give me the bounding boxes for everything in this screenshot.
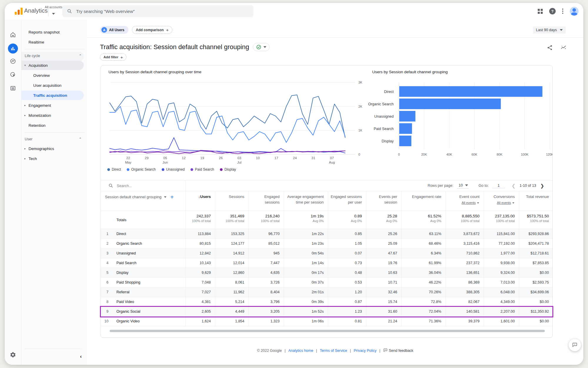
sidebar-item-overview[interactable]: Overview [21, 70, 87, 80]
library-icon[interactable] [9, 85, 16, 92]
row-cell: $11,350.92 [519, 307, 553, 316]
row-cell: 12,860 [215, 268, 248, 277]
row-cell: 72.8% [401, 297, 445, 307]
table-row-paid-search[interactable]: 4Paid Search10,14312,0147,4471m 14s0.731… [101, 258, 552, 268]
link-privacy-policy[interactable]: Privacy Policy [354, 349, 377, 353]
help-icon[interactable]: ? [549, 8, 556, 14]
row-cell: 0.07 [328, 249, 366, 258]
dimension-header[interactable]: Session default channel grouping + [101, 191, 186, 211]
legend-item-organic-search[interactable]: Organic Search [127, 167, 156, 171]
next-page-icon[interactable]: ❯ [540, 183, 544, 189]
desktop-background: Analytics All accounts ? [0, 0, 588, 368]
explore-icon[interactable] [9, 58, 16, 65]
sub-filter[interactable]: All events [486, 201, 515, 205]
row-cell: 96,770 [248, 229, 284, 239]
column-header-engaged-sessions[interactable]: Engaged sessions [248, 191, 284, 211]
share-icon[interactable] [547, 45, 553, 51]
table-row-referral[interactable]: 7Referral7,02711,9628,4042m 01s1.2032.46… [101, 287, 552, 297]
sidebar-item-acquisition[interactable]: ▾Acquisition [21, 60, 87, 70]
sidebar-item-demographics[interactable]: ▸Demographics [21, 144, 87, 154]
svg-text:Paid Search: Paid Search [374, 127, 394, 131]
sidebar-nav: Reports snapshotRealtimeLife cycle⌃▾Acqu… [21, 27, 87, 164]
table-row-paid-video[interactable]: 8Paid Video4,3815,2143,7960m 39s0.8715.7… [101, 297, 552, 307]
feedback-icon [572, 342, 577, 348]
line-chart[interactable]: 3K2K1K022May2905Jun12192603Jul1017243107… [106, 74, 368, 166]
column-header-events-per-session[interactable]: Events per session [366, 191, 401, 211]
sidebar-item-tech[interactable]: ▸Tech [21, 154, 87, 164]
sidebar-item-life-cycle[interactable]: Life cycle⌃ [21, 51, 87, 60]
bar-display [399, 136, 411, 146]
totals-cell: 242,337100% of total [186, 211, 215, 229]
sidebar-item-label: Demographics [29, 146, 54, 151]
reports-icon[interactable] [8, 44, 18, 54]
totals-cell: $573,751.50100% of total [519, 211, 553, 229]
column-header-total-revenue[interactable]: Total revenue [519, 191, 553, 211]
svg-text:0: 0 [358, 153, 360, 156]
svg-text:10: 10 [256, 156, 260, 160]
sidebar-item-monetization[interactable]: ▸Monetization [21, 110, 87, 120]
totals-sub: Avg 0% [330, 219, 362, 223]
legend-item-direct[interactable]: Direct [107, 167, 121, 171]
previous-page-icon[interactable]: ❮ [512, 183, 515, 189]
add-filter-button[interactable]: Add filter + [100, 54, 126, 61]
add-dimension-icon[interactable]: + [170, 194, 174, 201]
sidebar-item-reports-snapshot[interactable]: Reports snapshot [21, 27, 87, 37]
column-header-sessions[interactable]: Sessions [215, 191, 248, 211]
table-row-unassigned[interactable]: 3Unassigned12,84214,9129450m 54s0.0747.6… [101, 249, 552, 258]
insights-icon[interactable] [560, 45, 567, 51]
sidebar-item-realtime[interactable]: Realtime [21, 37, 87, 47]
svg-text:May: May [125, 161, 131, 164]
more-vertical-icon[interactable] [562, 9, 563, 14]
global-search-input[interactable] [76, 9, 249, 14]
sidebar-item-traffic-acquisition[interactable]: Traffic acquisition [21, 90, 87, 100]
legend-item-display[interactable]: Display [220, 167, 236, 171]
sub-filter[interactable]: All events [447, 201, 480, 205]
table-row-display[interactable]: 5Display9,62912,8604,6350m 17s0.4810.633… [101, 268, 552, 278]
collapse-sidebar-icon[interactable]: ‹ [80, 354, 82, 359]
table-row-organic-social[interactable]: 9Organic Social2,6054,4493,2051m 52s1.23… [101, 307, 552, 317]
apps-grid-icon[interactable] [538, 9, 543, 14]
table-search-input[interactable] [116, 183, 167, 188]
column-header-event-count[interactable]: Event countAll events [445, 191, 484, 211]
advertising-icon[interactable] [9, 71, 16, 78]
date-range-picker[interactable]: Last 90 days [533, 26, 566, 34]
row-cell: 237,372 [445, 258, 484, 268]
row-cell: 3,115,416 [445, 239, 484, 248]
rows-per-page-select[interactable]: 10 [457, 183, 469, 189]
column-header-engagement-rate[interactable]: Engagement rate [401, 191, 445, 211]
send-feedback[interactable]: Send feedback [389, 349, 413, 353]
table-row-organic-video[interactable]: 10Organic Video1,6241,8541,3231m 06s0.81… [101, 317, 552, 326]
feedback-fab[interactable] [569, 339, 581, 351]
table-row-paid-shopping[interactable]: 6Paid Shopping7,0488,0613,7260m 37s0.531… [101, 278, 552, 287]
audience-chip-all-users[interactable]: A All Users [100, 26, 128, 34]
table-search[interactable] [108, 183, 176, 188]
data-quality-badge[interactable] [253, 43, 270, 51]
row-cell: 8,061 [215, 278, 248, 287]
link-terms-of-service[interactable]: Terms of Service [320, 349, 347, 353]
sidebar-item-user[interactable]: User⌃ [21, 135, 87, 144]
link-analytics-home[interactable]: Analytics home [288, 349, 313, 353]
column-header-users[interactable]: ↓Users [186, 191, 215, 211]
global-search[interactable] [62, 5, 253, 17]
sidebar-item-retention[interactable]: Retention [21, 120, 87, 130]
add-comparison-button[interactable]: Add comparison + [132, 26, 172, 34]
table-row-direct[interactable]: 1Direct113,884153,32596,7701m 22s0.8525.… [101, 229, 552, 239]
home-icon[interactable] [9, 31, 16, 38]
totals-value: 8,885,550 [447, 214, 480, 218]
settings-gear-icon[interactable] [9, 351, 16, 358]
sidebar-item-engagement[interactable]: ▸Engagement [21, 100, 87, 110]
bar-chart[interactable]: 020K40K60K80K100K120KDirectOrganic Searc… [362, 73, 552, 161]
sidebar-item-user-acquisition[interactable]: User acquisition [21, 80, 87, 90]
column-header-average-engagement-time-per-session[interactable]: Average engagement time per session [284, 191, 328, 211]
table-row-organic-search[interactable]: 2Organic Search80,815124,17785,0121m 23s… [101, 239, 552, 249]
legend-item-paid-search[interactable]: Paid Search [191, 167, 214, 171]
goto-page-input[interactable] [492, 183, 505, 188]
legend-item-unassigned[interactable]: Unassigned [162, 167, 185, 171]
row-cell: 9,629 [186, 268, 215, 277]
analytics-logo-icon[interactable] [15, 7, 23, 15]
horizontal-scrollbar[interactable] [110, 330, 545, 332]
line-chart-title: Users by Session default channel groupin… [108, 70, 201, 74]
user-avatar[interactable] [570, 7, 579, 16]
column-header-conversions[interactable]: ConversionsAll events [484, 191, 519, 211]
column-header-engaged-sessions-per-user[interactable]: Engaged sessions per user [328, 191, 366, 211]
